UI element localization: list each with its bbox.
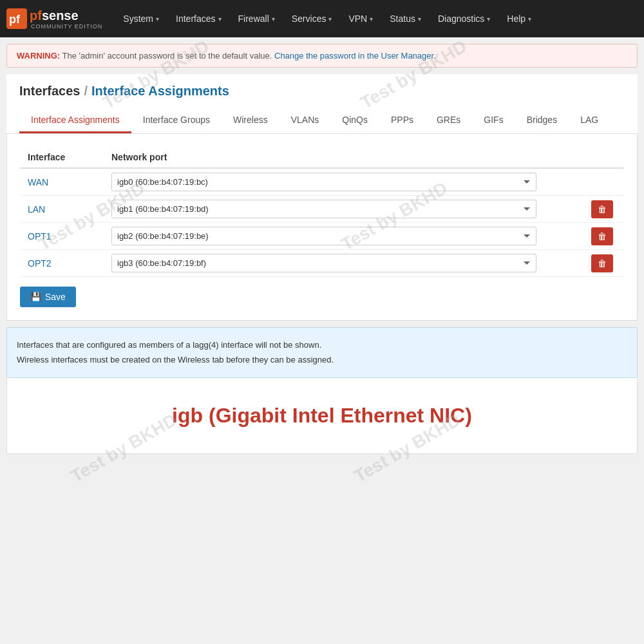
- tab-vlans[interactable]: VLANs: [279, 108, 331, 133]
- delete-button-lan[interactable]: 🗑: [591, 200, 613, 218]
- tab-ppps[interactable]: PPPs: [379, 108, 425, 133]
- big-red-text: igb (Gigabit Intel Ethernet NIC): [6, 378, 638, 454]
- nav-diagnostics[interactable]: Diagnostics ▾: [430, 0, 498, 37]
- nav-system-caret: ▾: [156, 15, 159, 23]
- info-box: Interfaces that are configured as member…: [6, 327, 638, 378]
- nav-diagnostics-caret: ▾: [487, 15, 490, 23]
- save-icon: 💾: [30, 292, 41, 302]
- tabs: Interface Assignments Interface Groups W…: [19, 108, 625, 133]
- nav-status[interactable]: Status ▾: [382, 0, 429, 37]
- iface-name-wan[interactable]: WAN: [20, 168, 104, 196]
- iface-port-wan: igb0 (60:be:b4:07:19:bc): [104, 168, 583, 196]
- nav-system-label: System: [123, 14, 153, 24]
- tab-qinqs[interactable]: QinQs: [330, 108, 379, 133]
- nav-firewall-caret: ▾: [272, 15, 275, 23]
- iface-port-opt1: igb2 (60:be:b4:07:19:be): [104, 223, 583, 250]
- info-line1: Interfaces that are configured as member…: [17, 337, 627, 352]
- tab-interface-groups[interactable]: Interface Groups: [131, 108, 222, 133]
- page-header: Interfaces / Interface Assignments Inter…: [6, 74, 638, 134]
- brand: pf pfsense COMMUNITY EDITION: [6, 8, 102, 30]
- nav-status-label: Status: [390, 14, 415, 24]
- iface-name-opt2[interactable]: OPT2: [20, 250, 104, 277]
- warning-bar: WARNING: The 'admin' account password is…: [6, 44, 638, 68]
- navbar: pf pfsense COMMUNITY EDITION System ▾ In…: [0, 0, 644, 37]
- nav-system[interactable]: System ▾: [115, 0, 167, 37]
- tab-wireless[interactable]: Wireless: [222, 108, 279, 133]
- nav-vpn-caret: ▾: [370, 15, 373, 23]
- nav-services[interactable]: Services ▾: [284, 0, 340, 37]
- iface-delete-cell-wan: [583, 168, 624, 196]
- delete-button-opt1[interactable]: 🗑: [591, 227, 613, 245]
- col-interface: Interface: [20, 147, 104, 168]
- nav-interfaces-caret: ▾: [218, 15, 222, 23]
- warning-link[interactable]: Change the password in the User Manager.: [274, 51, 436, 61]
- nav-services-label: Services: [292, 14, 327, 24]
- port-select-lan[interactable]: igb1 (60:be:b4:07:19:bd): [111, 200, 536, 218]
- nav-vpn-label: VPN: [348, 14, 367, 24]
- port-select-opt1[interactable]: igb2 (60:be:b4:07:19:be): [111, 227, 536, 245]
- tab-gifs[interactable]: GIFs: [472, 108, 515, 133]
- table-row: WANigb0 (60:be:b4:07:19:bc): [20, 168, 624, 196]
- nav-vpn[interactable]: VPN ▾: [341, 0, 381, 37]
- table-row: OPT2igb3 (60:be:b4:07:19:bf)🗑: [20, 250, 624, 277]
- breadcrumb-current: Interface Assignments: [91, 84, 229, 99]
- svg-text:pf: pf: [9, 13, 21, 26]
- breadcrumb-parent: Interfaces: [19, 84, 80, 99]
- tab-interface-assignments[interactable]: Interface Assignments: [19, 108, 131, 133]
- logo-text: pfsense: [30, 8, 102, 23]
- table-row: OPT1igb2 (60:be:b4:07:19:be)🗑: [20, 223, 624, 250]
- logo-sense: sense: [42, 8, 79, 23]
- port-select-wan[interactable]: igb0 (60:be:b4:07:19:bc): [111, 173, 536, 191]
- iface-delete-cell-opt1: 🗑: [583, 223, 624, 250]
- breadcrumb-sep: /: [84, 84, 88, 99]
- nav-firewall-label: Firewall: [238, 14, 269, 24]
- logo-pf: pf: [30, 8, 42, 23]
- tab-bridges[interactable]: Bridges: [515, 108, 569, 133]
- iface-name-lan[interactable]: LAN: [20, 196, 104, 223]
- iface-name-opt1[interactable]: OPT1: [20, 223, 104, 250]
- logo[interactable]: pf pfsense COMMUNITY EDITION: [6, 8, 102, 30]
- interface-table: Interface Network port WANigb0 (60:be:b4…: [20, 147, 624, 277]
- breadcrumb: Interfaces / Interface Assignments: [19, 84, 625, 99]
- iface-port-opt2: igb3 (60:be:b4:07:19:bf): [104, 250, 583, 277]
- warning-label: WARNING:: [17, 51, 60, 61]
- main-content: Interface Network port WANigb0 (60:be:b4…: [6, 134, 638, 321]
- tab-gres[interactable]: GREs: [425, 108, 472, 133]
- info-line2: Wireless interfaces must be created on t…: [17, 352, 627, 367]
- save-label: Save: [45, 292, 66, 302]
- port-select-opt2[interactable]: igb3 (60:be:b4:07:19:bf): [111, 254, 536, 272]
- warning-text: The 'admin' account password is set to t…: [62, 51, 272, 61]
- col-actions: [583, 147, 624, 168]
- nav-diagnostics-label: Diagnostics: [438, 14, 484, 24]
- nav-services-caret: ▾: [328, 15, 332, 23]
- community-edition-label: COMMUNITY EDITION: [31, 23, 102, 30]
- nav-items: System ▾ Interfaces ▾ Firewall ▾ Service…: [115, 0, 539, 37]
- nav-firewall[interactable]: Firewall ▾: [231, 0, 283, 37]
- nav-help-label: Help: [507, 14, 526, 24]
- nav-help-caret: ▾: [528, 15, 531, 23]
- nav-help[interactable]: Help ▾: [499, 0, 539, 37]
- nav-interfaces-label: Interfaces: [176, 14, 215, 24]
- nav-status-caret: ▾: [418, 15, 421, 23]
- table-row: LANigb1 (60:be:b4:07:19:bd)🗑: [20, 196, 624, 223]
- iface-delete-cell-opt2: 🗑: [583, 250, 624, 277]
- save-button[interactable]: 💾 Save: [20, 287, 76, 307]
- delete-button-opt2[interactable]: 🗑: [591, 254, 613, 272]
- nav-interfaces[interactable]: Interfaces ▾: [168, 0, 229, 37]
- col-network-port: Network port: [104, 147, 583, 168]
- tab-lag[interactable]: LAG: [569, 108, 610, 133]
- iface-port-lan: igb1 (60:be:b4:07:19:bd): [104, 196, 583, 223]
- iface-delete-cell-lan: 🗑: [583, 196, 624, 223]
- pfsense-logo-icon: pf: [6, 8, 27, 29]
